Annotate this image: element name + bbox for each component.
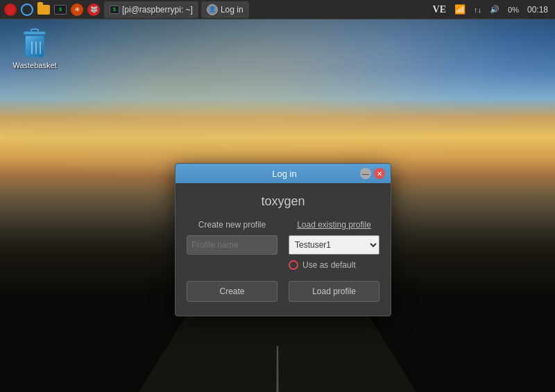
asterisk-icon[interactable]: ✳ [69,2,85,17]
taskbar-left: $ ✳ 🐺 $ [pi@raspberrypi: ~] 👤 Log in [0,1,252,18]
load-profile-label: Load existing profile [289,220,379,230]
network-tray-icon[interactable]: ↑↓ [471,4,484,15]
load-profile-section: Load existing profile Testuser1 Use as d… [289,220,379,270]
file-manager-icon[interactable] [36,2,51,17]
load-profile-button[interactable]: Load profile [289,281,379,302]
clock: 00:18 [524,3,551,16]
login-app-icon: 👤 [207,4,218,15]
minimize-button[interactable]: — [360,168,371,179]
app-name: toxygen [187,194,379,209]
create-profile-label: Create new profile [187,220,278,230]
taskbar-terminal-label: [pi@raspberrypi: ~] [122,5,193,15]
wastebasket-icon[interactable]: Wastebasket [12,28,57,69]
dialog-titlebar: Log in — ✕ [176,164,391,183]
bluetooth-tray-icon[interactable]: 📶 [452,3,468,16]
dialog-controls: — ✕ [360,168,385,179]
raspberry-menu-icon[interactable] [3,2,18,17]
dialog-footer: Create Load profile [187,281,379,302]
volume-tray-icon[interactable]: 🔊 [487,3,502,15]
system-tray: VE 📶 ↑↓ 🔊 0% 00:18 [426,3,555,17]
dialog-overlay: Log in — ✕ toxygen Create new profile [0,0,555,392]
battery-tray: 0% [505,4,522,15]
taskbar: $ ✳ 🐺 $ [pi@raspberrypi: ~] 👤 Log in [0,0,555,19]
dialog-columns: Create new profile Load existing profile… [187,220,379,270]
taskbar-login-label: Log in [221,5,244,15]
desktop: $ ✳ 🐺 $ [pi@raspberrypi: ~] 👤 Log in [0,0,555,392]
monitor-tray-icon[interactable]: VE [430,3,449,17]
create-profile-section: Create new profile [187,220,278,270]
dialog-title: Log in [209,169,360,179]
taskbar-login-window[interactable]: 👤 Log in [201,1,249,18]
trash-icon-img [21,28,49,58]
terminal-icon[interactable]: $ [53,2,68,17]
dialog-body: toxygen Create new profile Load existing… [176,183,391,316]
wastebasket-label: Wastebasket [12,61,56,69]
browser-icon[interactable] [19,2,35,17]
wolf-icon[interactable]: 🐺 [86,2,101,17]
profile-select[interactable]: Testuser1 [289,235,379,255]
taskbar-terminal-window[interactable]: $ [pi@raspberrypi: ~] [104,1,198,18]
profile-name-input[interactable] [187,235,278,255]
close-button[interactable]: ✕ [374,168,385,179]
use-as-default-row: Use as default [289,260,379,270]
use-as-default-label: Use as default [302,260,356,270]
login-dialog: Log in — ✕ toxygen Create new profile [175,163,391,316]
use-as-default-checkbox[interactable] [289,260,298,270]
create-button[interactable]: Create [187,281,278,302]
